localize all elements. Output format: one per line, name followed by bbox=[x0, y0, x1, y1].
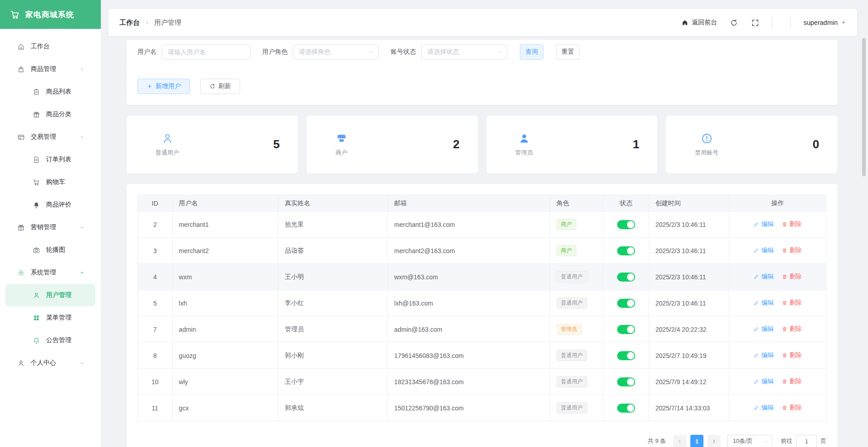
edit-label: 编辑 bbox=[761, 299, 774, 307]
sidebar-item-carousel[interactable]: 轮播图 bbox=[0, 239, 101, 261]
username-cell: lxh bbox=[172, 290, 278, 316]
delete-button[interactable]: 删除 bbox=[782, 351, 802, 359]
delete-button[interactable]: 删除 bbox=[782, 325, 802, 333]
refresh-table-button[interactable]: 刷新 bbox=[200, 79, 240, 94]
sidebar-item-product-category[interactable]: 商品分类 bbox=[0, 103, 101, 126]
role-filter-label: 用户角色 bbox=[262, 48, 288, 56]
chevron-down-icon bbox=[763, 439, 769, 444]
status-toggle[interactable] bbox=[617, 377, 635, 386]
edit-button[interactable]: 编辑 bbox=[754, 273, 774, 281]
pagination-prev-button[interactable] bbox=[673, 435, 686, 447]
chevron-down-icon bbox=[79, 360, 85, 366]
filter-card: 用户名 用户角色 请选择角色 账号状态 请选择状态 查询 重置 新增用户 bbox=[127, 40, 837, 105]
status-toggle[interactable] bbox=[617, 404, 635, 413]
status-toggle[interactable] bbox=[617, 351, 635, 360]
username-filter-input[interactable] bbox=[162, 44, 250, 60]
sidebar-item-order-list[interactable]: 订单列表 bbox=[0, 148, 101, 171]
status-toggle[interactable] bbox=[617, 220, 635, 229]
warning-circle-icon bbox=[701, 132, 713, 145]
bell-icon bbox=[33, 337, 40, 344]
page-size-select[interactable]: 10条/页 bbox=[727, 435, 772, 447]
edit-button[interactable]: 编辑 bbox=[754, 325, 774, 333]
user-dropdown[interactable]: superadmin bbox=[803, 19, 846, 26]
sidebar-item-user-management[interactable]: 用户管理 bbox=[5, 284, 95, 306]
table-actions-row: 新增用户 刷新 bbox=[137, 79, 826, 94]
email-cell: 17961456083@163.com bbox=[388, 343, 550, 369]
real-name-cell: 郭承炫 bbox=[278, 395, 388, 421]
edit-button[interactable]: 编辑 bbox=[754, 220, 774, 228]
sidebar-item-system-management[interactable]: 系统管理 bbox=[0, 261, 101, 284]
stat-value: 2 bbox=[453, 137, 459, 151]
toggle-knob bbox=[627, 247, 634, 254]
refresh-page-button[interactable] bbox=[730, 19, 738, 27]
edit-icon bbox=[754, 221, 760, 227]
edit-button[interactable]: 编辑 bbox=[754, 299, 774, 307]
edit-icon bbox=[754, 326, 760, 332]
edit-button[interactable]: 编辑 bbox=[754, 351, 774, 359]
stat-card-admins: 管理员1 bbox=[486, 116, 658, 173]
delete-button[interactable]: 删除 bbox=[782, 246, 802, 254]
delete-button[interactable]: 删除 bbox=[782, 404, 802, 412]
role-tag: 管理员 bbox=[557, 324, 582, 334]
sidebar-item-workbench[interactable]: 工作台 bbox=[0, 35, 101, 58]
list-icon bbox=[33, 88, 40, 96]
goto-page-input[interactable] bbox=[796, 435, 817, 447]
status-cell bbox=[603, 343, 649, 369]
edit-button[interactable]: 编辑 bbox=[754, 246, 774, 254]
chevron-right-icon bbox=[144, 19, 150, 26]
back-to-front-button[interactable]: 返回前台 bbox=[681, 19, 717, 27]
edit-button[interactable]: 编辑 bbox=[754, 404, 774, 412]
sidebar-item-menu-management[interactable]: 菜单管理 bbox=[0, 306, 101, 329]
user-id-cell: 8 bbox=[138, 343, 173, 369]
delete-button[interactable]: 删除 bbox=[782, 299, 802, 307]
status-toggle[interactable] bbox=[617, 299, 635, 308]
sidebar-item-trade-management[interactable]: 交易管理 bbox=[0, 126, 101, 148]
page-scrollbar-thumb[interactable] bbox=[862, 38, 866, 176]
sidebar-item-personal-center[interactable]: 个人中心 bbox=[0, 352, 101, 374]
add-user-button[interactable]: 新增用户 bbox=[137, 79, 190, 94]
trash-icon bbox=[782, 353, 788, 358]
sidebar-item-label: 商品评价 bbox=[46, 201, 71, 209]
fullscreen-button[interactable] bbox=[751, 19, 760, 27]
status-toggle[interactable] bbox=[617, 325, 635, 334]
sidebar-item-marketing-management[interactable]: 营销管理 bbox=[0, 216, 101, 239]
real-name-cell: 拾光里 bbox=[278, 212, 388, 238]
delete-button[interactable]: 删除 bbox=[782, 273, 802, 281]
stat-value: 5 bbox=[273, 137, 279, 151]
sidebar-item-product-review[interactable]: 商品评价 bbox=[0, 193, 101, 216]
delete-button[interactable]: 删除 bbox=[782, 220, 802, 228]
status-toggle[interactable] bbox=[617, 246, 635, 255]
username-cell: merchant2 bbox=[172, 238, 278, 264]
email-cell: lxh@163.com bbox=[388, 290, 550, 316]
toggle-knob bbox=[627, 221, 634, 228]
breadcrumb-workbench[interactable]: 工作台 bbox=[119, 19, 140, 27]
table-row: 2merchant1拾光里merchant1@163.com商户2025/2/3… bbox=[138, 212, 826, 238]
row-actions: 编辑删除 bbox=[754, 273, 802, 281]
status-toggle[interactable] bbox=[617, 273, 635, 282]
real-name-cell: 王小宇 bbox=[278, 369, 388, 395]
sidebar-item-shopping-cart[interactable]: 购物车 bbox=[0, 171, 101, 193]
search-button[interactable]: 查询 bbox=[520, 44, 543, 60]
status-filter-select[interactable]: 请选择状态 bbox=[421, 44, 507, 60]
real-name-cell: 品诣荟 bbox=[278, 238, 388, 264]
plus-icon bbox=[146, 83, 153, 89]
edit-icon bbox=[754, 300, 760, 306]
sidebar-item-announcement-management[interactable]: 公告管理 bbox=[0, 329, 101, 352]
edit-button[interactable]: 编辑 bbox=[754, 377, 774, 386]
pagination-next-button[interactable] bbox=[708, 435, 721, 447]
real-name-cell: 李小红 bbox=[278, 290, 388, 316]
reset-button[interactable]: 重置 bbox=[556, 44, 580, 60]
toggle-knob bbox=[627, 300, 634, 307]
credit-card-icon bbox=[17, 133, 25, 141]
edit-label: 编辑 bbox=[761, 246, 774, 254]
sidebar-item-product-management[interactable]: 商品管理 bbox=[0, 58, 101, 80]
stat-label: 管理员 bbox=[515, 149, 533, 157]
delete-button[interactable]: 删除 bbox=[782, 377, 802, 386]
document-icon bbox=[33, 156, 40, 164]
sidebar-item-product-list[interactable]: 商品列表 bbox=[0, 80, 101, 103]
username-cell: gcx bbox=[172, 395, 278, 421]
role-filter-select[interactable]: 请选择角色 bbox=[293, 44, 379, 60]
pagination-page-1[interactable]: 1 bbox=[690, 435, 703, 447]
app-logo: 家电商城系统 bbox=[0, 0, 101, 29]
edit-label: 编辑 bbox=[761, 220, 774, 228]
